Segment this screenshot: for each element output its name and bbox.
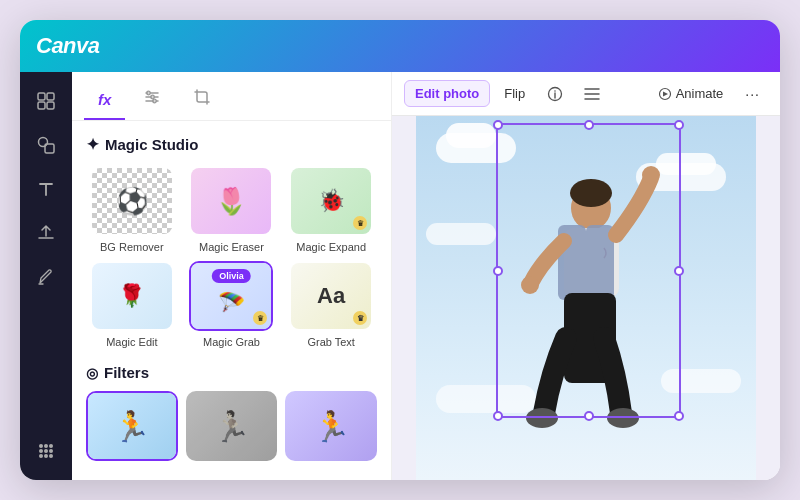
panel: fx: [72, 72, 392, 480]
sidebar-item-upload[interactable]: [27, 214, 65, 252]
svg-point-13: [44, 454, 48, 458]
tab-adjust[interactable]: [129, 80, 175, 121]
sidebar-item-text[interactable]: [27, 170, 65, 208]
menu-button[interactable]: [575, 82, 609, 106]
sparkle-icon: ✦: [86, 135, 99, 154]
panel-content: ✦ Magic Studio ⚽ BG Remover: [72, 121, 391, 480]
svg-point-22: [570, 179, 612, 207]
tool-bg-remover[interactable]: ⚽ BG Remover: [86, 166, 178, 253]
filter-item-1[interactable]: 🏃: [86, 391, 178, 461]
magic-studio-title: ✦ Magic Studio: [86, 135, 377, 154]
panel-tabs: fx: [72, 72, 391, 121]
tool-grid: ⚽ BG Remover 🌷 Magic Eraser: [86, 166, 377, 348]
svg-rect-3: [47, 102, 54, 109]
svg-point-11: [49, 449, 53, 453]
svg-point-12: [39, 454, 43, 458]
svg-point-8: [49, 444, 53, 448]
app-window: Canva: [20, 20, 780, 480]
info-button[interactable]: [539, 81, 571, 107]
filter-item-2[interactable]: 🏃: [186, 391, 278, 461]
canvas-area: Edit photo Flip: [392, 72, 780, 480]
filter-grid: 🏃 🏃 🏃: [86, 391, 377, 461]
canvas-content[interactable]: [392, 116, 780, 480]
more-options-button[interactable]: ···: [737, 81, 768, 107]
tool-grab-text[interactable]: Aa ♛ Grab Text: [285, 261, 377, 348]
sidebar-item-elements[interactable]: [27, 82, 65, 120]
sidebar-icons: [20, 72, 72, 480]
tab-fx[interactable]: fx: [84, 81, 125, 120]
tool-magic-edit[interactable]: 🌹 Magic Edit: [86, 261, 178, 348]
logo: Canva: [36, 33, 100, 59]
svg-point-19: [554, 90, 556, 92]
flip-button[interactable]: Flip: [494, 81, 535, 106]
svg-rect-0: [38, 93, 45, 100]
svg-point-26: [642, 166, 660, 184]
filters-title: ◎ Filters: [86, 364, 377, 381]
tool-magic-grab[interactable]: Olivia 🪂 ♛ Magic Grab: [186, 261, 278, 348]
svg-point-6: [39, 444, 43, 448]
svg-point-9: [39, 449, 43, 453]
svg-point-4: [39, 138, 48, 147]
tool-magic-eraser[interactable]: 🌷 Magic Eraser: [186, 166, 278, 253]
svg-rect-2: [38, 102, 45, 109]
tab-crop[interactable]: [179, 80, 225, 121]
svg-point-14: [49, 454, 53, 458]
tool-magic-expand[interactable]: 🐞 ♛ Magic Expand: [285, 166, 377, 253]
animate-button[interactable]: Animate: [648, 81, 734, 106]
main-area: fx: [20, 72, 780, 480]
olivia-badge: Olivia: [212, 269, 251, 283]
filter-icon: ◎: [86, 365, 98, 381]
header: Canva: [20, 20, 780, 72]
edit-photo-button[interactable]: Edit photo: [404, 80, 490, 107]
svg-point-29: [526, 408, 558, 428]
svg-point-7: [44, 444, 48, 448]
sidebar-item-apps[interactable]: [27, 432, 65, 470]
svg-point-10: [44, 449, 48, 453]
svg-rect-1: [47, 93, 54, 100]
sidebar-item-draw[interactable]: [27, 258, 65, 296]
toolbar: Edit photo Flip: [392, 72, 780, 116]
svg-point-30: [607, 408, 639, 428]
sidebar-item-shapes[interactable]: [27, 126, 65, 164]
svg-point-27: [521, 276, 539, 294]
filter-item-3[interactable]: 🏃: [285, 391, 377, 461]
